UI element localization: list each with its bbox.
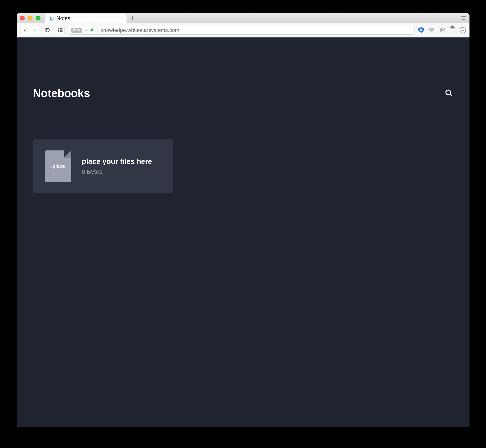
apps-button[interactable] (56, 26, 65, 34)
shield-button[interactable]: ✕ (418, 27, 424, 33)
browser-toolbar: VPN • | knowledge.whitestarsystems.com ✕ (17, 23, 470, 37)
share-button[interactable] (450, 27, 455, 33)
svg-rect-0 (50, 17, 52, 19)
downloads-button[interactable] (460, 27, 466, 33)
window-close-button[interactable] (20, 16, 25, 20)
url-text: knowledge.whitestarsystems.com (101, 27, 179, 33)
window-maximize-button[interactable] (36, 16, 40, 20)
grid-icon (58, 28, 63, 32)
search-icon (444, 88, 453, 97)
traffic-lights (20, 16, 40, 20)
file-icon: .place (45, 151, 71, 182)
browser-window: Notes (17, 13, 470, 427)
notebook-size: 0 Bytes (82, 168, 152, 175)
tabbar-menu-button[interactable] (461, 16, 466, 20)
tab-bar: Notes (17, 13, 470, 23)
tab-title: Notes (56, 15, 71, 21)
nav-buttons (20, 26, 39, 34)
notebook-card-text: place your files here 0 Bytes (82, 157, 152, 175)
address-bar[interactable]: VPN • | knowledge.whitestarsystems.com (69, 26, 415, 35)
menu-icon (461, 16, 466, 20)
file-icon-label: .place (51, 163, 65, 169)
chevron-right-icon (32, 28, 36, 32)
wrench-icon (439, 27, 445, 33)
lock-icon (90, 27, 94, 33)
shield-x-icon: ✕ (420, 28, 423, 32)
share-icon (450, 27, 455, 33)
tab-favicon (49, 16, 54, 21)
heart-icon (429, 27, 435, 33)
favorite-button[interactable] (429, 27, 435, 34)
window-minimize-button[interactable] (28, 16, 32, 20)
chevron-left-icon (23, 28, 27, 32)
download-icon (460, 27, 466, 33)
page-title: Notebooks (33, 87, 90, 100)
reload-icon (45, 28, 50, 32)
toolbar-right: ✕ (418, 27, 466, 34)
forward-button[interactable] (30, 26, 39, 34)
separator-dot: • (85, 27, 87, 33)
search-button[interactable] (444, 88, 453, 98)
reload-button[interactable] (43, 26, 52, 34)
svg-point-1 (446, 90, 451, 95)
page-content: Notebooks .place place your files here 0… (17, 37, 470, 427)
vpn-badge: VPN (71, 28, 83, 32)
back-button[interactable] (20, 26, 30, 34)
notebook-title: place your files here (82, 157, 152, 166)
notebook-grid: .place place your files here 0 Bytes (33, 139, 453, 193)
page-header: Notebooks (33, 43, 453, 100)
browser-tab[interactable]: Notes (45, 14, 127, 23)
notebook-card[interactable]: .place place your files here 0 Bytes (33, 139, 173, 193)
tools-button[interactable] (439, 27, 445, 34)
new-tab-button[interactable] (128, 14, 137, 23)
